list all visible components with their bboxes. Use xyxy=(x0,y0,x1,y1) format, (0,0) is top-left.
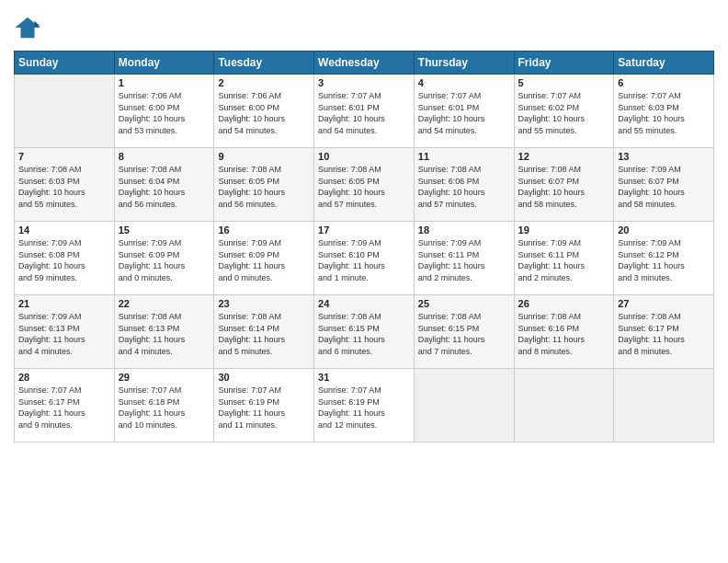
calendar-cell: 2Sunrise: 7:06 AM Sunset: 6:00 PM Daylig… xyxy=(214,75,314,148)
calendar-cell xyxy=(15,75,115,148)
calendar-cell xyxy=(514,369,614,442)
day-info: Sunrise: 7:07 AM Sunset: 6:19 PM Dayligh… xyxy=(218,385,310,431)
calendar-cell: 12Sunrise: 7:08 AM Sunset: 6:07 PM Dayli… xyxy=(514,148,614,222)
day-info: Sunrise: 7:08 AM Sunset: 6:17 PM Dayligh… xyxy=(618,311,710,357)
day-number: 28 xyxy=(18,372,110,383)
calendar-cell: 24Sunrise: 7:08 AM Sunset: 6:15 PM Dayli… xyxy=(314,295,415,369)
day-info: Sunrise: 7:08 AM Sunset: 6:03 PM Dayligh… xyxy=(18,164,110,210)
calendar-cell: 22Sunrise: 7:08 AM Sunset: 6:13 PM Dayli… xyxy=(114,295,214,369)
day-info: Sunrise: 7:08 AM Sunset: 6:15 PM Dayligh… xyxy=(318,311,410,357)
day-info: Sunrise: 7:07 AM Sunset: 6:03 PM Dayligh… xyxy=(618,90,710,136)
week-row-2: 7Sunrise: 7:08 AM Sunset: 6:03 PM Daylig… xyxy=(15,148,714,222)
day-info: Sunrise: 7:09 AM Sunset: 6:13 PM Dayligh… xyxy=(18,311,110,357)
day-number: 8 xyxy=(119,151,210,162)
day-info: Sunrise: 7:07 AM Sunset: 6:01 PM Dayligh… xyxy=(318,90,410,136)
week-row-3: 14Sunrise: 7:09 AM Sunset: 6:08 PM Dayli… xyxy=(15,222,714,295)
calendar-cell xyxy=(414,369,514,442)
calendar-cell: 8Sunrise: 7:08 AM Sunset: 6:04 PM Daylig… xyxy=(114,148,214,222)
calendar-body: 1Sunrise: 7:06 AM Sunset: 6:00 PM Daylig… xyxy=(15,75,714,442)
calendar-cell: 26Sunrise: 7:08 AM Sunset: 6:16 PM Dayli… xyxy=(514,295,614,369)
day-number: 18 xyxy=(418,224,510,236)
day-info: Sunrise: 7:09 AM Sunset: 6:12 PM Dayligh… xyxy=(618,237,710,283)
day-number: 11 xyxy=(418,151,510,162)
calendar-cell: 30Sunrise: 7:07 AM Sunset: 6:19 PM Dayli… xyxy=(214,369,314,442)
calendar-header: SundayMondayTuesdayWednesdayThursdayFrid… xyxy=(15,52,714,75)
calendar-cell: 29Sunrise: 7:07 AM Sunset: 6:18 PM Dayli… xyxy=(114,369,214,442)
day-number: 7 xyxy=(18,151,110,162)
header-row: SundayMondayTuesdayWednesdayThursdayFrid… xyxy=(15,52,714,75)
calendar-cell: 10Sunrise: 7:08 AM Sunset: 6:05 PM Dayli… xyxy=(314,148,415,222)
day-info: Sunrise: 7:08 AM Sunset: 6:13 PM Dayligh… xyxy=(119,311,210,357)
day-info: Sunrise: 7:09 AM Sunset: 6:09 PM Dayligh… xyxy=(218,237,310,283)
day-info: Sunrise: 7:07 AM Sunset: 6:18 PM Dayligh… xyxy=(119,385,210,431)
day-info: Sunrise: 7:07 AM Sunset: 6:01 PM Dayligh… xyxy=(418,90,510,136)
day-number: 3 xyxy=(318,77,410,88)
week-row-4: 21Sunrise: 7:09 AM Sunset: 6:13 PM Dayli… xyxy=(15,295,714,369)
day-info: Sunrise: 7:06 AM Sunset: 6:00 PM Dayligh… xyxy=(218,90,310,136)
day-info: Sunrise: 7:08 AM Sunset: 6:14 PM Dayligh… xyxy=(218,311,310,357)
day-number: 17 xyxy=(318,224,410,236)
day-info: Sunrise: 7:08 AM Sunset: 6:07 PM Dayligh… xyxy=(518,164,610,210)
day-number: 4 xyxy=(418,77,510,88)
day-number: 6 xyxy=(618,77,710,88)
day-number: 23 xyxy=(218,298,310,309)
day-number: 31 xyxy=(318,372,410,383)
header-day-tuesday: Tuesday xyxy=(214,52,314,75)
calendar-cell: 21Sunrise: 7:09 AM Sunset: 6:13 PM Dayli… xyxy=(15,295,115,369)
day-info: Sunrise: 7:09 AM Sunset: 6:10 PM Dayligh… xyxy=(318,237,410,283)
day-info: Sunrise: 7:07 AM Sunset: 6:19 PM Dayligh… xyxy=(318,385,410,431)
calendar-cell: 1Sunrise: 7:06 AM Sunset: 6:00 PM Daylig… xyxy=(114,75,214,148)
calendar-cell: 5Sunrise: 7:07 AM Sunset: 6:02 PM Daylig… xyxy=(514,75,614,148)
week-row-5: 28Sunrise: 7:07 AM Sunset: 6:17 PM Dayli… xyxy=(15,369,714,442)
day-info: Sunrise: 7:08 AM Sunset: 6:04 PM Dayligh… xyxy=(119,164,210,210)
day-number: 15 xyxy=(119,224,210,236)
day-info: Sunrise: 7:07 AM Sunset: 6:02 PM Dayligh… xyxy=(518,90,610,136)
day-number: 20 xyxy=(618,224,710,236)
day-number: 1 xyxy=(119,77,210,88)
logo-icon xyxy=(14,14,41,41)
day-number: 9 xyxy=(218,151,310,162)
calendar-cell: 16Sunrise: 7:09 AM Sunset: 6:09 PM Dayli… xyxy=(214,222,314,295)
week-row-1: 1Sunrise: 7:06 AM Sunset: 6:00 PM Daylig… xyxy=(15,75,714,148)
logo xyxy=(14,14,45,41)
calendar-cell: 9Sunrise: 7:08 AM Sunset: 6:05 PM Daylig… xyxy=(214,148,314,222)
day-number: 10 xyxy=(318,151,410,162)
header-day-thursday: Thursday xyxy=(414,52,514,75)
header-day-monday: Monday xyxy=(114,52,214,75)
day-number: 24 xyxy=(318,298,410,309)
calendar-cell: 20Sunrise: 7:09 AM Sunset: 6:12 PM Dayli… xyxy=(614,222,714,295)
calendar-cell: 27Sunrise: 7:08 AM Sunset: 6:17 PM Dayli… xyxy=(614,295,714,369)
day-number: 27 xyxy=(618,298,710,309)
calendar-cell: 14Sunrise: 7:09 AM Sunset: 6:08 PM Dayli… xyxy=(15,222,115,295)
calendar-cell: 6Sunrise: 7:07 AM Sunset: 6:03 PM Daylig… xyxy=(614,75,714,148)
day-info: Sunrise: 7:08 AM Sunset: 6:16 PM Dayligh… xyxy=(518,311,610,357)
calendar-cell: 7Sunrise: 7:08 AM Sunset: 6:03 PM Daylig… xyxy=(15,148,115,222)
day-number: 12 xyxy=(518,151,610,162)
day-number: 2 xyxy=(218,77,310,88)
day-number: 19 xyxy=(518,224,610,236)
calendar-cell: 4Sunrise: 7:07 AM Sunset: 6:01 PM Daylig… xyxy=(414,75,514,148)
day-info: Sunrise: 7:06 AM Sunset: 6:00 PM Dayligh… xyxy=(119,90,210,136)
page: SundayMondayTuesdayWednesdayThursdayFrid… xyxy=(0,0,728,563)
day-number: 16 xyxy=(218,224,310,236)
day-number: 26 xyxy=(518,298,610,309)
calendar-table: SundayMondayTuesdayWednesdayThursdayFrid… xyxy=(14,51,714,442)
calendar-cell: 19Sunrise: 7:09 AM Sunset: 6:11 PM Dayli… xyxy=(514,222,614,295)
calendar-cell: 31Sunrise: 7:07 AM Sunset: 6:19 PM Dayli… xyxy=(314,369,415,442)
day-info: Sunrise: 7:09 AM Sunset: 6:09 PM Dayligh… xyxy=(119,237,210,283)
calendar-cell: 3Sunrise: 7:07 AM Sunset: 6:01 PM Daylig… xyxy=(314,75,415,148)
header-day-sunday: Sunday xyxy=(15,52,115,75)
day-info: Sunrise: 7:09 AM Sunset: 6:07 PM Dayligh… xyxy=(618,164,710,210)
day-number: 29 xyxy=(119,372,210,383)
day-number: 21 xyxy=(18,298,110,309)
day-info: Sunrise: 7:09 AM Sunset: 6:08 PM Dayligh… xyxy=(18,237,110,283)
calendar-cell: 15Sunrise: 7:09 AM Sunset: 6:09 PM Dayli… xyxy=(114,222,214,295)
header-day-wednesday: Wednesday xyxy=(314,52,415,75)
calendar-cell: 18Sunrise: 7:09 AM Sunset: 6:11 PM Dayli… xyxy=(414,222,514,295)
day-info: Sunrise: 7:09 AM Sunset: 6:11 PM Dayligh… xyxy=(418,237,510,283)
header-day-friday: Friday xyxy=(514,52,614,75)
day-info: Sunrise: 7:08 AM Sunset: 6:06 PM Dayligh… xyxy=(418,164,510,210)
day-number: 14 xyxy=(18,224,110,236)
day-number: 30 xyxy=(218,372,310,383)
day-info: Sunrise: 7:09 AM Sunset: 6:11 PM Dayligh… xyxy=(518,237,610,283)
